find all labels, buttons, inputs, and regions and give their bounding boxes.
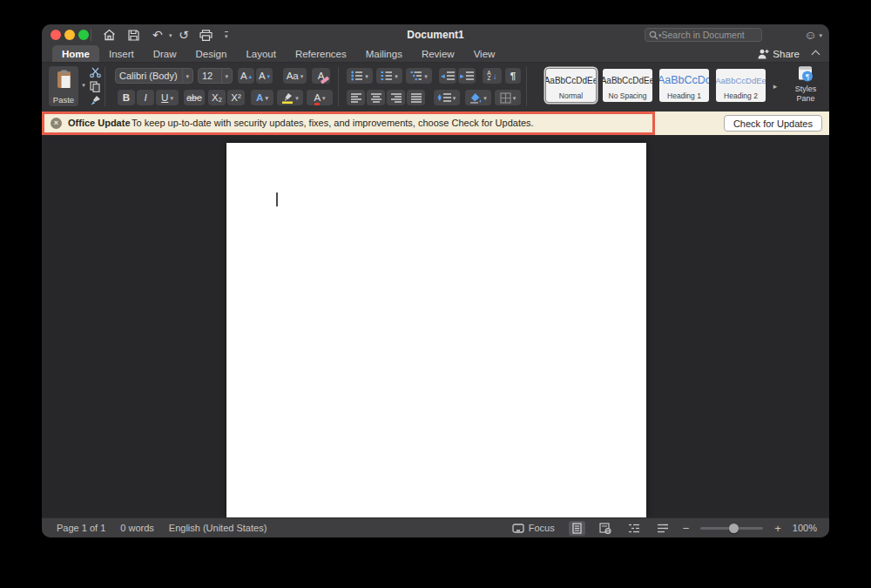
font-color-button[interactable]: A ▾	[307, 90, 333, 105]
line-spacing-button[interactable]: ▴▾ ▾	[434, 90, 460, 105]
align-left-button[interactable]	[347, 90, 365, 105]
bullets-button[interactable]: ▾	[347, 68, 373, 84]
justify-button[interactable]	[407, 90, 425, 105]
focus-mode-button[interactable]: Focus	[510, 521, 557, 535]
style-heading-2[interactable]: AaBbCcDdEe Heading 2	[716, 69, 766, 102]
web-layout-view-button[interactable]	[597, 521, 614, 536]
chevron-down-icon: ▾	[365, 73, 368, 79]
increase-indent-button[interactable]: ▸	[458, 68, 476, 84]
group-divider	[105, 67, 105, 106]
scissors-icon	[90, 67, 101, 78]
paste-button[interactable]: Paste	[49, 66, 78, 106]
tab-draw[interactable]: Draw	[144, 45, 186, 62]
bold-button[interactable]: B	[118, 90, 135, 105]
show-paragraph-marks-button[interactable]: ¶	[505, 68, 521, 84]
collapse-ribbon-button[interactable]	[812, 51, 820, 59]
tab-design[interactable]: Design	[186, 45, 237, 62]
group-divider	[338, 67, 339, 106]
text-effects-button[interactable]: A ▾	[251, 90, 273, 105]
tab-review[interactable]: Review	[412, 45, 464, 62]
document-area	[42, 135, 829, 517]
grow-font-button[interactable]: A ▴	[238, 68, 254, 84]
zoom-out-button[interactable]: −	[683, 523, 690, 534]
format-painter-brush-icon	[90, 95, 101, 106]
outline-view-icon	[628, 524, 640, 533]
tab-references[interactable]: References	[286, 45, 356, 62]
font-name-combo[interactable]: Calibri (Body) ▾	[115, 68, 193, 84]
align-center-button[interactable]	[367, 90, 385, 105]
tab-mailings[interactable]: Mailings	[356, 45, 412, 62]
close-icon: ×	[54, 118, 58, 127]
sort-button[interactable]: AZ ↓	[483, 68, 502, 84]
ribbon: Paste ▾	[42, 63, 829, 112]
paste-label: Paste	[53, 95, 74, 105]
multilevel-list-icon	[410, 71, 422, 81]
shrink-font-button[interactable]: A ▾	[256, 68, 273, 84]
align-right-icon	[391, 93, 402, 103]
bullet-list-icon	[351, 71, 363, 81]
chevron-down-icon: ▾	[395, 73, 398, 79]
plus-icon: +	[774, 522, 781, 535]
search-input[interactable]	[662, 30, 758, 40]
borders-button[interactable]: ▾	[495, 90, 521, 105]
share-label: Share	[773, 49, 800, 59]
zoom-slider-thumb[interactable]	[729, 524, 739, 533]
text-effects-label: A	[256, 92, 263, 103]
font-color-swatch	[314, 103, 320, 105]
chevron-down-icon: ▾	[483, 95, 487, 101]
align-right-button[interactable]	[387, 90, 405, 105]
word-count[interactable]: 0 words	[120, 523, 154, 533]
superscript-button[interactable]: X²	[227, 90, 245, 105]
language-selector[interactable]: English (United States)	[169, 523, 267, 533]
clear-formatting-button[interactable]: A	[312, 68, 330, 84]
feedback-button[interactable]: ☺ ▾	[804, 27, 822, 43]
check-for-updates-button[interactable]: Check for Updates	[724, 115, 822, 132]
decrease-indent-button[interactable]: ◂	[439, 68, 456, 84]
font-size-combo[interactable]: 12 ▾	[198, 68, 233, 84]
print-layout-view-button[interactable]	[569, 521, 585, 536]
numbering-button[interactable]: ▾	[376, 68, 402, 84]
share-button[interactable]: Share	[757, 45, 800, 63]
styles-pane-label: Pane	[796, 94, 814, 103]
style-no-spacing[interactable]: AaBbCcDdEe No Spacing	[603, 69, 652, 102]
focus-icon	[512, 524, 524, 533]
group-divider	[526, 67, 527, 106]
change-case-button[interactable]: Aa ▾	[283, 68, 307, 84]
highlight-color-button[interactable]: ▾	[277, 90, 303, 105]
chevron-down-icon: ▾	[221, 69, 228, 83]
multilevel-list-button[interactable]: ▾	[406, 68, 432, 84]
tab-insert[interactable]: Insert	[99, 45, 144, 62]
search-icon	[649, 30, 658, 40]
document-page[interactable]	[226, 143, 646, 517]
cut-button[interactable]	[87, 66, 103, 78]
outline-view-button[interactable]	[625, 522, 643, 535]
tab-layout[interactable]: Layout	[236, 45, 286, 62]
minus-icon: −	[683, 522, 690, 535]
underline-button[interactable]: U ▾	[156, 90, 179, 105]
shading-button[interactable]: ▾	[465, 90, 491, 105]
draft-view-button[interactable]	[654, 522, 672, 535]
tab-home[interactable]: Home	[52, 45, 99, 62]
search-field[interactable]: ▾	[645, 28, 762, 42]
style-name: No Spacing	[609, 91, 647, 100]
styles-pane-button[interactable]: ¶ Styles Pane	[786, 66, 826, 108]
style-normal[interactable]: AaBbCcDdEe Normal	[546, 69, 596, 102]
style-name: Normal	[559, 91, 583, 100]
styles-gallery-next-button[interactable]: ▸	[770, 80, 780, 92]
strikethrough-button[interactable]: abe	[184, 90, 205, 105]
style-heading-1[interactable]: AaBbCcDc Heading 1	[659, 69, 709, 102]
page-count[interactable]: Page 1 of 1	[57, 523, 105, 533]
dismiss-banner-button[interactable]: ×	[51, 118, 62, 129]
zoom-in-button[interactable]: +	[774, 523, 781, 534]
justify-icon	[411, 93, 422, 103]
format-painter-button[interactable]	[87, 94, 103, 106]
italic-button[interactable]: I	[137, 90, 154, 105]
zoom-level[interactable]: 100%	[793, 523, 817, 533]
lines-icon	[447, 71, 455, 81]
tab-view[interactable]: View	[464, 45, 505, 62]
zoom-slider[interactable]	[700, 523, 763, 533]
align-center-icon	[371, 93, 381, 103]
subscript-button[interactable]: X₂	[208, 90, 226, 105]
copy-button[interactable]	[87, 80, 103, 92]
indent-in-icon: ▸	[460, 71, 464, 80]
